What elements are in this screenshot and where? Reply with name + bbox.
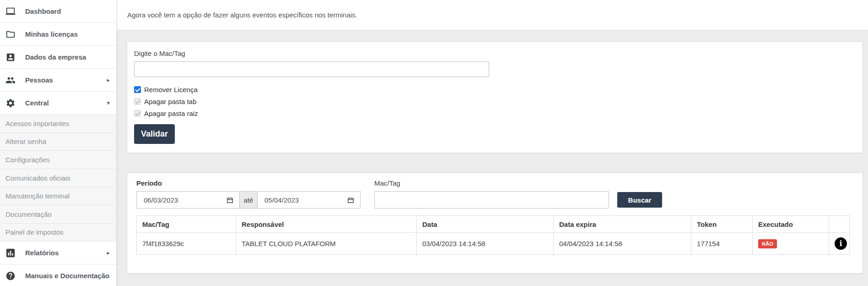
- folder-icon: [5, 29, 16, 39]
- cell-actions: [829, 233, 850, 255]
- date-from-value: 06/03/2023: [144, 196, 178, 204]
- period-label: Período: [136, 179, 361, 187]
- sidebar-item-label: Dados da empresa: [25, 53, 86, 61]
- col-header-data-expira: Data expira: [554, 216, 691, 233]
- main-area: Agora você tem a opção de fazer alguns e…: [117, 0, 868, 286]
- sidebar-subitem-alterar-senha[interactable]: Alterar senha: [0, 133, 116, 151]
- mactag-search-label: Mac/Tag: [374, 179, 609, 187]
- validar-button[interactable]: Validar: [134, 124, 175, 144]
- bar-chart-icon: [5, 248, 16, 258]
- checkbox-disabled-icon: [134, 110, 141, 117]
- col-header-data: Data: [417, 216, 554, 233]
- chevron-right-icon: [107, 250, 110, 256]
- sidebar-subitem-acessos-importantes[interactable]: Acessos importantes: [0, 115, 116, 133]
- sidebar-subitem-comunicados-oficiais[interactable]: Comunicados oficiais: [0, 169, 116, 187]
- laptop-icon: [5, 6, 16, 16]
- validate-card: Digite o Mac/Tag Remover Licença Apagar …: [127, 41, 863, 153]
- checkbox-label: Apagar pasta raiz: [144, 110, 198, 117]
- sidebar-item-label: Minhas licenças: [25, 30, 78, 38]
- checkbox-disabled-icon: [134, 98, 141, 105]
- buscar-button[interactable]: Buscar: [617, 192, 662, 208]
- col-header-executado: Executado: [753, 216, 829, 233]
- date-to-input[interactable]: 05/04/2023: [257, 191, 361, 209]
- sidebar-item-manuais-e-documentacao[interactable]: Manuais e Documentação: [0, 264, 116, 286]
- sidebar-subitem-label: Documentação: [5, 210, 52, 218]
- period-filter: Período 06/03/2023 até 05/04/2023: [136, 179, 361, 209]
- filters-row: Período 06/03/2023 até 05/04/2023: [136, 179, 850, 209]
- checkbox-label: Remover Licença: [144, 86, 198, 94]
- search-card: Período 06/03/2023 até 05/04/2023: [127, 172, 863, 274]
- topbar: Agora você tem a opção de fazer alguns e…: [117, 0, 868, 30]
- content: Digite o Mac/Tag Remover Licença Apagar …: [117, 30, 868, 274]
- results-table: Mac/Tag Responsável Data Data expira Tok…: [136, 215, 850, 255]
- checkbox-apagar-pasta-raiz[interactable]: Apagar pasta raiz: [134, 110, 856, 117]
- col-header-actions: [829, 216, 850, 233]
- help-circle-icon: [5, 271, 16, 281]
- cell-token: 177154: [691, 233, 753, 255]
- app-window: Dashboard Minhas licenças Dados da empre…: [0, 0, 868, 286]
- person-badge-icon: [5, 52, 16, 62]
- calendar-icon[interactable]: [347, 196, 355, 204]
- sidebar-item-dashboard[interactable]: Dashboard: [0, 0, 116, 23]
- chevron-down-icon: [107, 100, 110, 106]
- sidebar-item-central[interactable]: Central: [0, 92, 116, 115]
- checkbox-apagar-pasta-tab[interactable]: Apagar pasta tab: [134, 98, 856, 105]
- mactag-filter: Mac/Tag: [374, 179, 609, 209]
- cell-responsavel: TABLET CLOUD PLATAFORM: [236, 233, 417, 255]
- sidebar-item-dados-da-empresa[interactable]: Dados da empresa: [0, 46, 116, 69]
- col-header-mactag: Mac/Tag: [137, 216, 236, 233]
- sidebar-item-label: Central: [25, 99, 49, 107]
- chevron-right-icon: [107, 77, 110, 83]
- checkbox-label: Apagar pasta tab: [144, 98, 196, 105]
- sidebar: Dashboard Minhas licenças Dados da empre…: [0, 0, 117, 286]
- sidebar-subitem-label: Alterar senha: [5, 138, 46, 145]
- cell-data: 03/04/2023 14:14:58: [417, 233, 554, 255]
- sidebar-subitem-label: Manutenção terminal: [5, 192, 70, 200]
- sidebar-subitem-label: Comunicados oficiais: [5, 174, 70, 182]
- sidebar-subitem-painel-de-impostos[interactable]: Painel de impostos: [0, 224, 116, 242]
- mac-tag-input[interactable]: [134, 61, 489, 77]
- info-icon[interactable]: [835, 237, 847, 250]
- topbar-message: Agora você tem a opção de fazer alguns e…: [127, 11, 357, 19]
- cell-mactag: 7f4f1833629c: [137, 233, 236, 255]
- col-header-token: Token: [691, 216, 753, 233]
- sidebar-subitem-manutencao-terminal[interactable]: Manutenção terminal: [0, 187, 116, 205]
- checkbox-checked-icon[interactable]: [134, 86, 141, 93]
- col-header-responsavel: Responsável: [236, 216, 417, 233]
- cell-executado: NÃO: [753, 233, 829, 255]
- cell-data-expira: 04/04/2023 14:14:58: [554, 233, 691, 255]
- sidebar-subitem-configuracoes[interactable]: Configurações: [0, 151, 116, 169]
- sidebar-item-minhas-licencas[interactable]: Minhas licenças: [0, 23, 116, 46]
- sidebar-item-label: Manuais e Documentação: [25, 272, 109, 280]
- date-range-group: 06/03/2023 até 05/04/2023: [136, 191, 361, 209]
- sidebar-item-pessoas[interactable]: Pessoas: [0, 69, 116, 92]
- mac-tag-field-label: Digite o Mac/Tag: [134, 50, 856, 57]
- checkbox-group: Remover Licença Apagar pasta tab Apagar …: [134, 86, 856, 117]
- status-badge: NÃO: [758, 239, 777, 248]
- mactag-search-input[interactable]: [374, 191, 609, 209]
- sidebar-subitem-label: Acessos importantes: [5, 120, 69, 127]
- date-to-value: 05/04/2023: [264, 196, 299, 204]
- people-icon: [5, 75, 16, 85]
- sidebar-item-label: Relatórios: [25, 249, 59, 257]
- table-header-row: Mac/Tag Responsável Data Data expira Tok…: [137, 216, 850, 233]
- checkbox-remover-licenca[interactable]: Remover Licença: [134, 86, 856, 94]
- sidebar-subitem-label: Configurações: [5, 156, 50, 164]
- table-row: 7f4f1833629c TABLET CLOUD PLATAFORM 03/0…: [137, 233, 850, 255]
- calendar-icon[interactable]: [226, 196, 234, 204]
- sidebar-item-label: Pessoas: [25, 76, 53, 84]
- sidebar-subitem-documentacao[interactable]: Documentação: [0, 205, 116, 224]
- date-from-input[interactable]: 06/03/2023: [136, 191, 240, 209]
- sidebar-item-label: Dashboard: [25, 7, 61, 15]
- sidebar-item-relatorios[interactable]: Relatórios: [0, 242, 116, 264]
- date-separator: até: [239, 191, 258, 209]
- sidebar-subitem-label: Painel de impostos: [5, 228, 64, 236]
- gear-icon: [5, 98, 16, 108]
